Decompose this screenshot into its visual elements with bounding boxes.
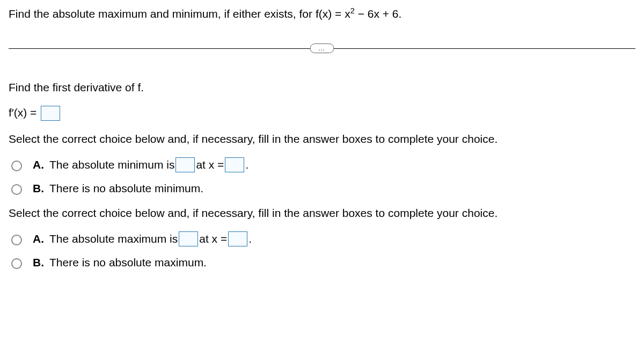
derivative-label: f′(x) = bbox=[9, 106, 40, 119]
min-a-pre: The absolute minimum is bbox=[49, 158, 174, 171]
min-value-input[interactable] bbox=[175, 157, 195, 172]
max-radio-b[interactable] bbox=[11, 258, 22, 269]
max-choice-a: A. The absolute maximum is at x = . bbox=[9, 231, 635, 246]
select-prompt-max: Select the correct choice below and, if … bbox=[9, 207, 635, 220]
max-a-pre: The absolute maximum is bbox=[49, 233, 178, 245]
min-choice-b: B. There is no absolute minimum. bbox=[9, 182, 635, 195]
min-a-mid: at x = bbox=[196, 158, 224, 171]
question-stem: Find the absolute maximum and minimum, i… bbox=[9, 5, 635, 21]
ellipsis-icon[interactable]: … bbox=[310, 43, 334, 53]
max-radio-a[interactable] bbox=[11, 235, 22, 245]
min-a-label: A. bbox=[33, 158, 44, 171]
max-value-input[interactable] bbox=[179, 231, 198, 246]
min-b-text: There is no absolute minimum. bbox=[49, 182, 203, 195]
max-a-mid: at x = bbox=[199, 233, 227, 245]
min-radio-b[interactable] bbox=[11, 184, 22, 195]
derivative-prompt: Find the first derivative of f. bbox=[9, 81, 635, 94]
max-choice-b: B. There is no absolute maximum. bbox=[9, 256, 635, 269]
max-a-post: . bbox=[248, 233, 252, 245]
min-choice-a: A. The absolute minimum is at x = . bbox=[9, 157, 635, 172]
min-x-input[interactable] bbox=[225, 157, 244, 172]
derivative-input[interactable] bbox=[41, 106, 60, 121]
stem-suffix: − 6x + 6. bbox=[355, 8, 402, 20]
select-prompt-min: Select the correct choice below and, if … bbox=[9, 133, 635, 146]
min-radio-a[interactable] bbox=[11, 161, 22, 171]
section-divider: … bbox=[9, 48, 635, 49]
max-b-text: There is no absolute maximum. bbox=[49, 256, 207, 269]
max-x-input[interactable] bbox=[228, 231, 247, 246]
max-b-label: B. bbox=[33, 256, 44, 269]
stem-exponent: 2 bbox=[350, 6, 355, 15]
max-a-label: A. bbox=[33, 233, 44, 245]
min-a-post: . bbox=[245, 158, 248, 171]
min-b-label: B. bbox=[33, 182, 44, 195]
derivative-equation: f′(x) = bbox=[9, 106, 635, 121]
stem-prefix: Find the absolute maximum and minimum, i… bbox=[9, 8, 350, 20]
